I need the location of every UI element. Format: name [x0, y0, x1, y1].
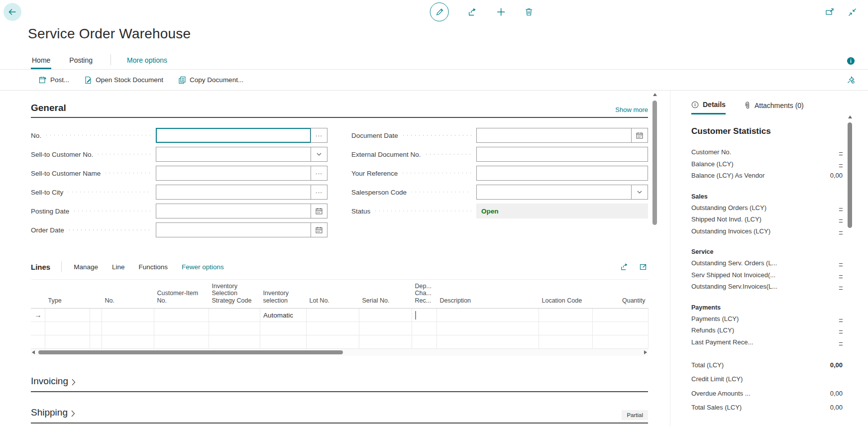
back-arrow-icon — [8, 7, 17, 16]
no-cell[interactable] — [102, 309, 154, 322]
copy-document-label: Copy Document... — [190, 76, 243, 84]
no-input[interactable] — [156, 128, 311, 143]
column-lot-no[interactable]: Lot No. — [307, 280, 359, 309]
stat-value-link[interactable]: – — [839, 315, 843, 322]
stat-value-link[interactable]: – — [839, 215, 843, 223]
posting-date-input[interactable] — [156, 204, 311, 218]
stat-value-link[interactable]: 0,00 — [830, 404, 843, 411]
lines-section-header: Lines Manage Line Functions Fewer option… — [31, 261, 648, 272]
order-date-picker-button[interactable] — [311, 222, 327, 237]
stat-total-sales: Total Sales (LCY) 0,00 — [691, 401, 843, 415]
scroll-up-arrow[interactable] — [848, 115, 852, 118]
invoicing-section-header[interactable]: Invoicing — [31, 376, 648, 392]
sell-to-customer-no-input[interactable] — [156, 147, 311, 162]
page-title: Service Order Warehouse — [28, 26, 868, 42]
stat-value-link[interactable]: – — [839, 148, 843, 156]
column-inventory-selection-strategy-code[interactable]: Inventory Selection Strategy Code — [209, 280, 260, 309]
lines-menu-functions[interactable]: Functions — [139, 263, 168, 271]
panel-scroll-thumb[interactable] — [848, 122, 852, 228]
stat-value-link[interactable]: 0,00 — [830, 390, 843, 397]
open-in-new-window-button[interactable] — [825, 7, 835, 17]
field-salesperson-code: Salesperson Code — [351, 183, 648, 202]
stat-value-link[interactable]: – — [839, 259, 843, 267]
salesperson-code-lookup-button[interactable] — [631, 185, 648, 200]
tab-details[interactable]: Details — [691, 101, 726, 114]
edit-button[interactable] — [430, 2, 449, 21]
status-value: Open — [481, 208, 499, 215]
column-no[interactable]: No. — [102, 280, 154, 309]
column-customer-item-no[interactable]: Customer-Item No. — [154, 280, 209, 309]
inventory-selection-cell[interactable]: Automatic — [260, 309, 307, 322]
column-inventory-selection[interactable]: Inventory selection — [260, 280, 307, 309]
sell-to-customer-no-lookup-button[interactable] — [311, 147, 327, 162]
vertical-scroll-thumb[interactable] — [652, 101, 657, 225]
column-type[interactable]: Type — [45, 280, 102, 309]
details-factbox-panel: Details Attachments (0) Customer Statist… — [670, 91, 868, 426]
column-quantity[interactable]: Quantity — [593, 280, 649, 309]
quantity-cell[interactable] — [593, 309, 649, 322]
order-date-input[interactable] — [156, 222, 311, 237]
scroll-up-arrow[interactable] — [653, 93, 657, 96]
type-cell[interactable] — [45, 309, 90, 322]
share-button[interactable] — [468, 7, 478, 17]
lines-row-3 — [31, 335, 649, 349]
tab-posting[interactable]: Posting — [68, 56, 94, 69]
tab-attachments[interactable]: Attachments (0) — [744, 101, 804, 114]
posting-date-picker-button[interactable] — [311, 204, 327, 218]
column-description[interactable]: Description — [437, 280, 539, 309]
serial-no-cell[interactable] — [359, 309, 412, 322]
shipping-section-header[interactable]: Shipping Partial — [31, 407, 648, 424]
panel-vertical-scrollbar[interactable] — [848, 115, 853, 228]
lines-menu-fewer-options[interactable]: Fewer options — [182, 263, 224, 271]
sell-to-city-assist-button[interactable]: ... — [311, 185, 327, 200]
sell-to-customer-name-assist-button[interactable]: ... — [311, 166, 327, 181]
salesperson-code-input[interactable] — [476, 185, 632, 200]
open-stock-document-action[interactable]: Open Stock Document — [84, 76, 163, 84]
copy-document-action[interactable]: Copy Document... — [178, 76, 243, 84]
lines-horizontal-scrollbar[interactable] — [31, 349, 648, 356]
scroll-left-arrow[interactable] — [32, 350, 35, 354]
tab-more-options[interactable]: More options — [126, 56, 168, 69]
horizontal-scroll-thumb[interactable] — [38, 350, 343, 355]
stat-value-link[interactable]: – — [839, 326, 843, 334]
inventory-selection-strategy-cell[interactable] — [209, 309, 260, 322]
document-date-picker-button[interactable] — [631, 128, 648, 143]
description-cell[interactable] — [437, 309, 539, 322]
stat-value-link[interactable]: – — [839, 338, 843, 346]
back-button[interactable] — [3, 3, 21, 21]
lines-menu-line[interactable]: Line — [112, 263, 125, 271]
delete-button[interactable] — [525, 7, 534, 16]
main-vertical-scrollbar[interactable] — [652, 93, 657, 225]
stat-value-link[interactable]: – — [839, 271, 843, 279]
collapse-button[interactable] — [848, 7, 857, 17]
general-form-left: No. ... Sell-to Customer No. — [31, 126, 327, 239]
lines-open-in-excel-button[interactable] — [639, 262, 648, 271]
show-more-link[interactable]: Show more — [615, 106, 648, 113]
selected-cell[interactable] — [90, 309, 102, 322]
dep-cha-rec-checkbox[interactable] — [415, 311, 416, 320]
new-button[interactable] — [497, 7, 506, 16]
lot-no-cell[interactable] — [307, 309, 359, 322]
scroll-right-arrow[interactable] — [644, 350, 647, 354]
customer-item-no-cell[interactable] — [154, 309, 209, 322]
stat-value-link[interactable]: – — [839, 160, 843, 168]
lines-share-button[interactable] — [620, 262, 629, 271]
column-dep-cha-rec[interactable]: Dep... Cha... Rec... — [412, 280, 437, 309]
your-reference-input[interactable] — [476, 166, 648, 181]
page-info-button[interactable] — [847, 57, 855, 65]
column-location-code[interactable]: Location Code — [539, 280, 593, 309]
post-action[interactable]: Post... — [39, 76, 69, 84]
external-document-no-input[interactable] — [476, 147, 648, 162]
column-serial-no[interactable]: Serial No. — [359, 280, 412, 309]
unpin-actionbar-button[interactable] — [847, 76, 855, 84]
stat-value-link[interactable]: – — [839, 283, 843, 290]
lines-menu-manage[interactable]: Manage — [74, 263, 98, 271]
no-assist-edit-button[interactable]: ... — [311, 128, 327, 143]
stat-value-link[interactable]: – — [839, 204, 843, 212]
stat-value-link[interactable]: – — [839, 227, 843, 235]
sell-to-city-input[interactable] — [156, 185, 311, 200]
sell-to-customer-name-input[interactable] — [156, 166, 311, 181]
tab-home[interactable]: Home — [31, 56, 51, 69]
document-date-input[interactable] — [476, 128, 632, 143]
location-code-cell[interactable] — [539, 309, 593, 322]
